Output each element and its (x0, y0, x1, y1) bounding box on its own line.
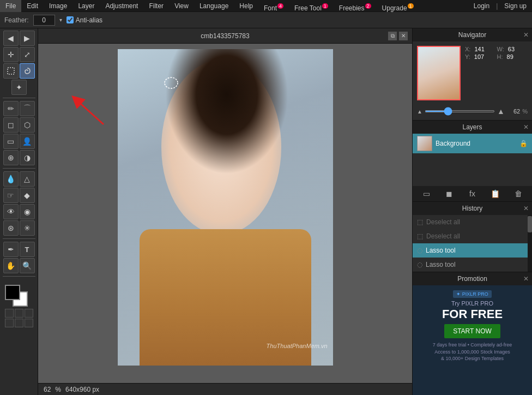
red-arrow-indicator (65, 92, 109, 130)
status-bar: 62 % 640x960 px (38, 383, 412, 395)
svg-point-1 (165, 77, 178, 88)
transform-tool[interactable]: ⤢ (20, 47, 35, 62)
menu-upgrade[interactable]: Upgrade1 (377, 0, 419, 12)
history-close[interactable]: ✕ (523, 205, 529, 212)
erase-fill-row: ◻ ⬡ (3, 117, 35, 133)
layers-mask-btn[interactable]: ◼ (443, 187, 456, 200)
navigator-close[interactable]: ✕ (523, 31, 529, 39)
promo-sub-text: 7 days free trial • Completely ad-free A… (417, 342, 528, 362)
menu-filter[interactable]: Filter (143, 0, 169, 12)
layers-fx-btn[interactable]: fx (466, 187, 479, 200)
pen-tool[interactable]: ✒ (3, 242, 19, 257)
history-item-2[interactable]: ◌ Lasso tool (413, 243, 532, 258)
menu-view[interactable]: View (169, 0, 194, 12)
promotion-close[interactable]: ✕ (523, 275, 529, 283)
menu-freetool[interactable]: Free Tool1 (289, 0, 334, 12)
canvas-titlebar: cmb1433575783 ⧉ ✕ (38, 28, 412, 44)
anti-alias-checkbox[interactable] (66, 16, 74, 23)
blur-tool[interactable]: 💧 (3, 171, 19, 187)
menu-help[interactable]: Help (234, 0, 258, 12)
zoom-tool[interactable]: 🔍 (20, 258, 35, 273)
auth-divider: | (495, 2, 499, 10)
sharpen-tool[interactable]: ◆ (20, 188, 35, 203)
redeye-tool[interactable]: 👁 (3, 204, 19, 219)
svg-rect-0 (8, 68, 14, 74)
move-tool[interactable]: ✛ (3, 47, 19, 62)
feather-input[interactable] (33, 15, 55, 26)
hand-tool[interactable]: ✋ (3, 258, 19, 273)
canvas-content[interactable]: ThuThuatPhanMem.vn (38, 44, 412, 383)
lasso-tool[interactable] (20, 63, 35, 79)
layer-lock-icon: 🔒 (519, 140, 528, 147)
smudge-tool[interactable]: ☞ (3, 188, 19, 203)
menu-layer[interactable]: Layer (72, 0, 100, 12)
text-tool[interactable]: T (20, 242, 35, 257)
liquify2-tool[interactable]: ✳ (20, 220, 35, 236)
layers-close[interactable]: ✕ (523, 123, 529, 131)
clone-tool[interactable]: ⊕ (3, 150, 19, 165)
menu-freebies[interactable]: Freebies2 (334, 0, 377, 12)
promo-main-text: FOR FREE (417, 308, 528, 321)
nav-right-btn[interactable]: ▶ (20, 31, 35, 46)
history-scroll-thumb[interactable] (528, 216, 532, 232)
history-item-3[interactable]: ◌ Lasso tool (413, 258, 532, 272)
login-button[interactable]: Login (468, 0, 495, 12)
nav-zoom-slider[interactable] (425, 110, 495, 112)
shape-row: ▭ 👤 (3, 134, 35, 149)
promotion-content: ✦ PIXLR PRO Try PIXLR PRO FOR FREE START… (413, 285, 532, 395)
canvas-close-btn[interactable]: ✕ (399, 32, 408, 40)
clone-row: ⊕ ◑ (3, 150, 35, 165)
canvas-controls: ⧉ ✕ (388, 32, 408, 40)
magic-wand-tool[interactable]: ✦ (11, 80, 27, 95)
layer-item-background[interactable]: Background 🔒 (413, 134, 532, 153)
promo-start-button[interactable]: START NOW (444, 324, 500, 338)
brush-tool[interactable]: ⌒ (20, 101, 35, 116)
layers-group-btn[interactable]: 📋 (489, 187, 502, 200)
shape-tool[interactable]: ▭ (3, 134, 19, 149)
layers-list: Background 🔒 (413, 134, 532, 153)
promo-subtitle: Try PIXLR PRO (417, 300, 528, 307)
menu-font[interactable]: Font4 (258, 0, 289, 12)
options-bar: Feather: ▾ Anti-alias (0, 12, 532, 28)
menu-file[interactable]: File (0, 0, 21, 12)
wand-row: ✦ (11, 80, 27, 95)
feather-arrow[interactable]: ▾ (59, 17, 62, 23)
history-item-0[interactable]: ⬚ Deselect all (413, 215, 532, 229)
signup-button[interactable]: Sign up (499, 0, 532, 12)
nav-left-btn[interactable]: ◀ (3, 31, 19, 46)
layers-normal-btn[interactable]: ▭ (420, 187, 433, 200)
menu-image[interactable]: Image (44, 0, 72, 12)
layers-delete-btn[interactable]: 🗑 (512, 187, 525, 200)
zoom-pct: % (55, 386, 61, 393)
anti-alias-label[interactable]: Anti-alias (66, 16, 102, 24)
heal-tool[interactable]: ◑ (20, 150, 35, 165)
promo-badge: ✦ PIXLR PRO (453, 290, 492, 298)
canvas-restore-btn[interactable]: ⧉ (388, 32, 397, 40)
foreground-color[interactable] (5, 285, 20, 300)
layers-footer: ▭ ◼ fx 📋 🗑 (413, 186, 532, 201)
layer-thumbnail (417, 136, 432, 151)
history-scrollbar[interactable] (528, 215, 532, 272)
nav-tool-row: ✋ 🔍 (3, 258, 35, 273)
navigator-content: X: 141 W: 63 Y: 107 (413, 41, 532, 120)
auth-area: Login | Sign up (468, 0, 532, 12)
nav-w-label: W: 63 (497, 46, 528, 52)
nav-h-label: H: 89 (497, 53, 528, 60)
history-panel: History ✕ ⬚ Deselect all ⬚ Deselect all … (413, 202, 532, 272)
person-tool[interactable]: 👤 (20, 134, 35, 149)
menu-edit[interactable]: Edit (21, 0, 44, 12)
history-header: History ✕ (413, 202, 532, 215)
marquee-tool[interactable] (3, 63, 19, 79)
layers-header: Layers ✕ (413, 121, 532, 134)
blemish-tool[interactable]: ◉ (20, 204, 35, 219)
menu-bar: File Edit Image Layer Adjustment Filter … (0, 0, 532, 12)
navigator-panel: Navigator ✕ X: 141 (413, 28, 532, 121)
pencil-tool[interactable]: ✏ (3, 101, 19, 116)
menu-language[interactable]: Language (194, 0, 234, 12)
liquify-tool[interactable]: ⊛ (3, 220, 19, 236)
fill-tool[interactable]: ⬡ (20, 117, 35, 133)
burn-tool[interactable]: △ (20, 171, 35, 187)
menu-adjustment[interactable]: Adjustment (100, 0, 143, 12)
history-item-1[interactable]: ⬚ Deselect all (413, 229, 532, 243)
eraser-tool[interactable]: ◻ (3, 117, 19, 133)
